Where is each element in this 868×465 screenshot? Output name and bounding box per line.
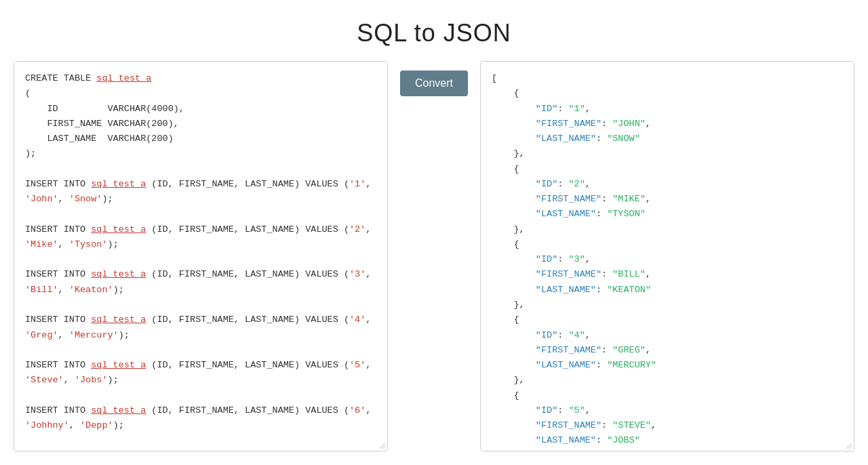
resize-handle-icon xyxy=(379,443,386,449)
json-panel: [ { "ID": "1", "FIRST_NAME": "JOHN", "LA… xyxy=(480,61,854,451)
sql-panel: CREATE TABLE sql_test_a ( ID VARCHAR(400… xyxy=(14,61,388,451)
convert-column: Convert xyxy=(388,61,480,96)
resize-handle-icon xyxy=(846,443,852,449)
convert-button[interactable]: Convert xyxy=(400,70,468,96)
page-title: SQL to JSON xyxy=(0,0,868,61)
sql-input[interactable]: CREATE TABLE sql_test_a ( ID VARCHAR(400… xyxy=(14,62,387,451)
json-output[interactable]: [ { "ID": "1", "FIRST_NAME": "JOHN", "LA… xyxy=(481,62,854,451)
main-layout: CREATE TABLE sql_test_a ( ID VARCHAR(400… xyxy=(0,61,868,465)
